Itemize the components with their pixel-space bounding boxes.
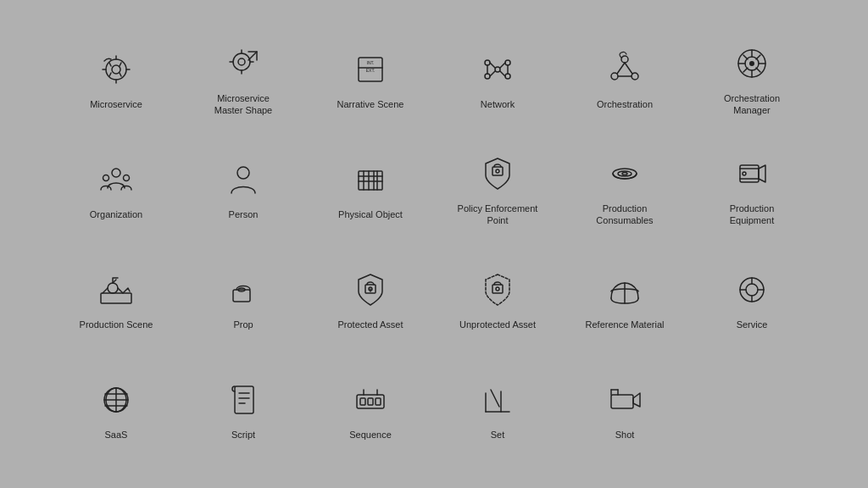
network-icon: [476, 47, 520, 92]
svg-point-18: [485, 60, 490, 65]
microservice-icon: [94, 47, 138, 92]
svg-point-49: [496, 169, 499, 173]
item-reference-material[interactable]: Reference Material: [561, 244, 688, 354]
prop-icon: [221, 268, 265, 312]
protected-asset-icon: [348, 268, 392, 312]
item-sequence[interactable]: Sequence: [307, 354, 434, 464]
unprotected-asset-label: Unprotected Asset: [459, 319, 536, 330]
reference-material-icon: [603, 268, 647, 312]
shot-label: Shot: [615, 429, 635, 441]
item-orchestration-manager[interactable]: Orchestration Manager: [688, 24, 815, 134]
item-microservice[interactable]: Microservice: [53, 24, 180, 134]
svg-rect-77: [368, 398, 373, 405]
policy-enforcement-point-icon: [476, 152, 520, 196]
orchestration-label: Orchestration: [597, 98, 653, 110]
svg-point-5: [112, 65, 120, 74]
svg-rect-59: [101, 293, 131, 303]
svg-rect-65: [492, 285, 503, 293]
svg-rect-71: [235, 386, 253, 413]
set-icon: [476, 378, 520, 422]
orchestration-manager-label: Orchestration Manager: [724, 92, 780, 117]
item-production-equipment[interactable]: Production Equipment: [688, 134, 815, 244]
person-label: Person: [229, 208, 259, 220]
script-label: Script: [231, 429, 255, 441]
item-set[interactable]: Set: [434, 354, 561, 464]
item-network[interactable]: Network: [434, 24, 561, 134]
svg-marker-86: [633, 393, 640, 407]
narrative-scene-icon: INT.EXT.: [348, 47, 392, 92]
saas-label: SaaS: [105, 429, 128, 441]
organization-icon: [94, 158, 138, 202]
item-physical-object[interactable]: Physical Object: [307, 134, 434, 244]
item-narrative-scene[interactable]: INT.EXT. Narrative Scene: [307, 24, 434, 134]
svg-rect-41: [359, 171, 382, 190]
svg-point-19: [505, 60, 510, 65]
svg-point-52: [622, 172, 627, 175]
svg-point-40: [237, 167, 249, 179]
microservice-master-label: Microservice Master Shape: [214, 92, 272, 117]
svg-point-20: [485, 74, 490, 79]
svg-rect-48: [492, 167, 503, 175]
sequence-icon: [348, 378, 392, 422]
item-person[interactable]: Person: [180, 134, 307, 244]
sequence-label: Sequence: [349, 429, 392, 441]
svg-text:EXT.: EXT.: [366, 68, 376, 73]
reference-material-label: Reference Material: [586, 319, 665, 330]
set-label: Set: [491, 429, 505, 441]
svg-point-58: [108, 283, 118, 293]
physical-object-label: Physical Object: [338, 208, 403, 220]
production-consumables-label: Production Consumables: [596, 202, 653, 227]
svg-line-23: [500, 63, 505, 68]
orchestration-manager-icon: [730, 42, 774, 86]
item-policy-enforcement-point[interactable]: Policy Enforcement Point: [434, 134, 561, 244]
svg-rect-75: [357, 395, 384, 408]
svg-point-55: [743, 172, 746, 175]
svg-line-25: [500, 71, 505, 76]
item-script[interactable]: Script: [180, 354, 307, 464]
svg-point-21: [505, 74, 510, 79]
item-production-scene[interactable]: Production Scene: [53, 244, 180, 354]
item-prop[interactable]: Prop: [180, 244, 307, 354]
network-label: Network: [481, 98, 515, 110]
script-icon: [221, 378, 265, 422]
item-shot[interactable]: Shot: [561, 354, 688, 464]
icon-grid: Microservice Microservice Master Shape I…: [36, 7, 832, 481]
production-scene-label: Production Scene: [80, 319, 153, 330]
svg-point-17: [495, 67, 500, 72]
item-protected-asset[interactable]: Protected Asset: [307, 244, 434, 354]
protected-asset-label: Protected Asset: [337, 319, 403, 330]
item-unprotected-asset[interactable]: Unprotected Asset: [434, 244, 561, 354]
svg-rect-85: [611, 395, 633, 408]
svg-point-66: [496, 287, 499, 291]
svg-point-39: [124, 175, 130, 180]
saas-icon: [94, 378, 138, 422]
prop-label: Prop: [233, 319, 253, 330]
physical-object-icon: [348, 158, 392, 202]
svg-line-31: [617, 63, 625, 74]
service-label: Service: [737, 319, 768, 330]
svg-point-69: [746, 284, 758, 296]
item-service[interactable]: Service: [688, 244, 815, 354]
shot-icon: [603, 378, 647, 422]
item-production-consumables[interactable]: Production Consumables: [561, 134, 688, 244]
svg-line-32: [625, 63, 632, 74]
item-orchestration[interactable]: Orchestration: [561, 24, 688, 134]
svg-point-28: [621, 56, 628, 63]
production-scene-icon: [94, 268, 138, 312]
svg-point-38: [103, 175, 109, 180]
svg-rect-76: [360, 398, 365, 405]
policy-enforcement-point-label: Policy Enforcement Point: [451, 202, 544, 227]
svg-point-37: [112, 169, 120, 177]
svg-marker-54: [759, 165, 765, 182]
svg-point-7: [238, 58, 245, 65]
svg-line-83: [491, 390, 499, 407]
item-microservice-master[interactable]: Microservice Master Shape: [180, 24, 307, 134]
item-saas[interactable]: SaaS: [53, 354, 180, 464]
svg-line-22: [490, 63, 495, 68]
orchestration-icon: [603, 47, 647, 92]
svg-line-12: [248, 52, 257, 60]
unprotected-asset-icon: [476, 268, 520, 312]
narrative-scene-label: Narrative Scene: [337, 98, 404, 110]
item-organization[interactable]: Organization: [53, 134, 180, 244]
production-equipment-icon: [730, 152, 774, 196]
